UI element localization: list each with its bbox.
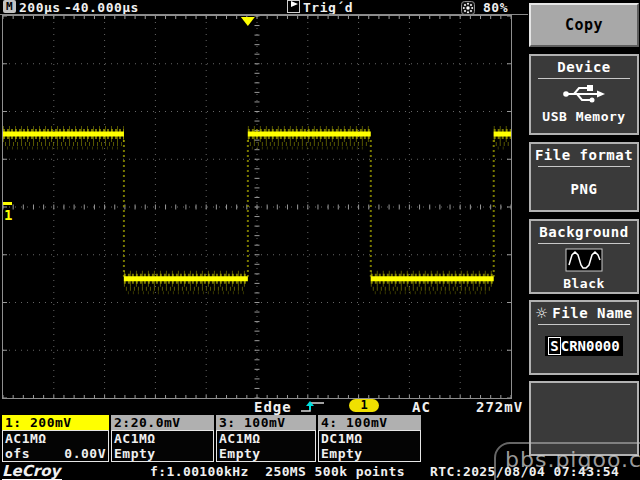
- channel-2-status: Empty: [114, 446, 156, 461]
- channel-3-header: 3: 100mV: [216, 415, 316, 430]
- file-name-cursor: S: [548, 337, 560, 355]
- channel-4-coupling: DC1MΩ: [321, 431, 418, 446]
- gear-icon: ☼: [535, 305, 548, 321]
- channel-2-coupling: AC1MΩ: [114, 431, 211, 446]
- channel-1-box: 1: 200mV AC1MΩ ofs 0.00V: [2, 415, 109, 462]
- trigger-level-value: 272mV: [476, 399, 523, 415]
- run-state-icon: [287, 0, 300, 13]
- menu-divider: [538, 166, 630, 167]
- menu-divider: [538, 324, 630, 325]
- channel-2-details: AC1MΩ Empty: [111, 430, 214, 462]
- channel-4-header: 4: 100mV: [318, 415, 421, 430]
- file-name-title: ☼File Name: [531, 305, 637, 321]
- file-name-label: File Name: [552, 305, 632, 321]
- scope-display: 1: [2, 15, 512, 399]
- background-menu-button[interactable]: Background Black: [529, 219, 639, 294]
- menu-divider: [538, 243, 630, 244]
- background-title: Background: [531, 224, 637, 240]
- channel-1-offset-value: 0.00V: [64, 446, 106, 461]
- edge-trigger-icon: [300, 400, 326, 414]
- file-name-field[interactable]: SCRN0000: [545, 336, 622, 356]
- trigger-source-badge: 1: [349, 399, 379, 412]
- file-format-menu-button[interactable]: File format PNG: [529, 142, 639, 212]
- lecroy-logo: LeCroy: [2, 464, 62, 480]
- channel-1-header: 1: 200mV: [2, 415, 109, 430]
- channel-1-coupling: AC1MΩ: [5, 431, 106, 446]
- channel-2-header: 2:20.0mV: [111, 415, 214, 430]
- device-value: USB Memory: [531, 109, 637, 124]
- trigger-mode-label: Edge: [254, 399, 292, 415]
- trigger-delay-value: -40.000µs: [64, 0, 139, 15]
- timebase-mode-badge: M: [3, 0, 16, 13]
- file-name-menu-button[interactable]: ☼File Name SCRN0000: [529, 300, 639, 375]
- channel-3-details: AC1MΩ Empty: [216, 430, 316, 462]
- channel-2-box: 2:20.0mV AC1MΩ Empty: [111, 415, 214, 462]
- battery-level: 80%: [483, 0, 508, 15]
- file-format-value: PNG: [531, 181, 637, 197]
- channel-1-level-marker: [3, 202, 12, 205]
- watermark: bbs.pigoo.com: [494, 442, 640, 480]
- channel-info-row: 1: 200mV AC1MΩ ofs 0.00V 2:20.0mV AC1MΩ …: [0, 415, 528, 462]
- channel-3-status: Empty: [219, 446, 261, 461]
- channel-4-box: 4: 100mV DC1MΩ Empty: [318, 415, 421, 462]
- channel-1-marker-label: 1: [4, 207, 12, 223]
- top-bar: M 200µs -40.000µs Trig´d 80%: [0, 0, 528, 15]
- menu-divider: [538, 78, 630, 79]
- channel-3-coupling: AC1MΩ: [219, 431, 313, 446]
- device-menu-button[interactable]: Device USB Memory: [529, 54, 639, 135]
- background-value: Black: [531, 276, 637, 291]
- usb-icon: [562, 83, 606, 105]
- device-title: Device: [531, 59, 637, 75]
- trigger-coupling: AC: [412, 399, 431, 415]
- trigger-bar: Edge 1 AC 272mV: [0, 399, 528, 415]
- waveform-icon: [565, 248, 603, 272]
- brightness-icon: [461, 1, 475, 15]
- timebase-value: 200µs: [19, 0, 61, 15]
- channel-4-details: DC1MΩ Empty: [318, 430, 421, 462]
- channel-1-details: AC1MΩ ofs 0.00V: [2, 430, 109, 462]
- copy-button[interactable]: Copy: [529, 3, 639, 47]
- file-name-rest: CRN0000: [561, 338, 620, 354]
- trigger-status: Trig´d: [303, 0, 353, 15]
- channel-4-status: Empty: [321, 446, 363, 461]
- scope-canvas: 1: [3, 16, 511, 398]
- play-triangle-icon: [291, 1, 298, 7]
- file-format-title: File format: [531, 147, 637, 163]
- acquisition-status: f:1.00100kHz 250MS 500k points: [150, 464, 405, 479]
- channel-1-offset-label: ofs: [5, 446, 30, 461]
- trigger-position-marker: [241, 17, 255, 26]
- channel-3-box: 3: 100mV AC1MΩ Empty: [216, 415, 316, 462]
